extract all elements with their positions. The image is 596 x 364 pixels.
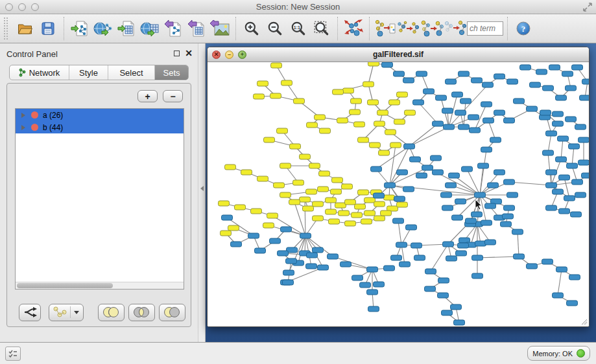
graph-node[interactable] bbox=[504, 205, 515, 210]
graph-node[interactable] bbox=[527, 264, 538, 269]
list-item-set-b[interactable]: b (44) bbox=[16, 121, 184, 133]
graph-node[interactable] bbox=[411, 243, 422, 248]
graph-node[interactable] bbox=[438, 278, 449, 283]
graph-node[interactable] bbox=[459, 71, 470, 76]
graph-node[interactable] bbox=[481, 147, 492, 152]
graph-node[interactable] bbox=[436, 95, 447, 100]
graph-node[interactable] bbox=[575, 192, 586, 198]
graph-node[interactable] bbox=[443, 242, 454, 247]
graph-node[interactable] bbox=[490, 137, 501, 142]
graph-node[interactable] bbox=[274, 183, 285, 188]
graph-node[interactable] bbox=[368, 306, 379, 312]
tab-sets[interactable]: Sets bbox=[155, 65, 188, 80]
graph-node[interactable] bbox=[403, 78, 414, 83]
graph-node[interactable] bbox=[567, 163, 578, 168]
graph-node[interactable] bbox=[504, 179, 515, 185]
graph-node[interactable] bbox=[536, 69, 547, 74]
graph-node[interactable] bbox=[559, 209, 570, 214]
graph-node[interactable] bbox=[222, 215, 233, 220]
graph-node[interactable] bbox=[582, 173, 590, 178]
graph-node[interactable] bbox=[546, 131, 557, 136]
graph-node[interactable] bbox=[318, 187, 329, 192]
graph-node[interactable] bbox=[351, 98, 362, 104]
graph-node[interactable] bbox=[569, 275, 580, 280]
graph-node[interactable] bbox=[255, 248, 266, 253]
split-pane-divider[interactable] bbox=[198, 43, 206, 342]
graph-node[interactable] bbox=[352, 275, 363, 280]
dropdown-caret-icon[interactable] bbox=[74, 311, 79, 314]
graph-node[interactable] bbox=[501, 222, 512, 227]
graph-node[interactable] bbox=[556, 267, 567, 272]
graph-node[interactable] bbox=[494, 170, 505, 175]
graph-node[interactable] bbox=[414, 255, 425, 260]
graph-node[interactable] bbox=[423, 89, 435, 94]
graph-node[interactable] bbox=[391, 255, 402, 260]
graph-node[interactable] bbox=[553, 121, 564, 126]
graph-node[interactable] bbox=[459, 124, 470, 130]
graph-node[interactable] bbox=[267, 213, 278, 218]
collapse-panel-icon[interactable] bbox=[200, 186, 204, 191]
graph-node[interactable] bbox=[397, 202, 408, 207]
graph-node[interactable] bbox=[481, 220, 492, 225]
graph-node[interactable] bbox=[483, 118, 494, 123]
graph-node[interactable] bbox=[472, 255, 483, 260]
graph-node[interactable] bbox=[540, 110, 551, 115]
graph-node[interactable] bbox=[300, 197, 311, 202]
graph-node[interactable] bbox=[394, 71, 405, 76]
graph-node[interactable] bbox=[494, 110, 505, 115]
graph-node[interactable] bbox=[512, 229, 523, 234]
graph-node[interactable] bbox=[425, 269, 436, 274]
graph-node[interactable] bbox=[374, 201, 385, 207]
graph-node[interactable] bbox=[307, 122, 318, 128]
graph-node[interactable] bbox=[326, 198, 337, 203]
graph-node[interactable] bbox=[377, 110, 388, 115]
graph-node[interactable] bbox=[384, 266, 395, 271]
graph-node[interactable] bbox=[470, 128, 481, 133]
expand-arrow-icon[interactable] bbox=[21, 125, 25, 130]
graph-node[interactable] bbox=[381, 210, 392, 216]
graph-node[interactable] bbox=[504, 118, 515, 123]
graph-node[interactable] bbox=[503, 214, 514, 219]
graph-node[interactable] bbox=[507, 192, 518, 198]
import-network-file-button[interactable] bbox=[68, 16, 91, 41]
graph-node[interactable] bbox=[315, 115, 326, 120]
graph-node[interactable] bbox=[485, 203, 496, 209]
float-panel-icon[interactable] bbox=[174, 51, 180, 56]
graph-node[interactable] bbox=[454, 320, 465, 325]
import-table-file-button[interactable] bbox=[115, 16, 138, 41]
graph-node[interactable] bbox=[248, 233, 259, 238]
export-table-button[interactable] bbox=[185, 16, 208, 41]
graph-node[interactable] bbox=[342, 184, 353, 189]
graph-node[interactable] bbox=[241, 170, 252, 175]
graph-node[interactable] bbox=[553, 189, 564, 194]
graph-node[interactable] bbox=[350, 109, 361, 115]
network-canvas[interactable] bbox=[208, 62, 589, 326]
graph-node[interactable] bbox=[575, 124, 586, 130]
tab-style[interactable]: Style bbox=[69, 65, 108, 80]
graph-node[interactable] bbox=[319, 171, 330, 176]
graph-node[interactable] bbox=[558, 136, 569, 141]
graph-node[interactable] bbox=[271, 63, 282, 68]
new-network-from-selection-button[interactable] bbox=[374, 16, 397, 41]
graph-node[interactable] bbox=[553, 293, 564, 298]
scrollbar-thumb[interactable] bbox=[17, 283, 113, 288]
list-item-set-a[interactable]: a (26) bbox=[16, 109, 184, 121]
graph-node[interactable] bbox=[382, 62, 393, 67]
graph-node[interactable] bbox=[307, 253, 318, 258]
graph-node[interactable] bbox=[368, 100, 379, 105]
graph-node[interactable] bbox=[364, 198, 375, 203]
graph-node[interactable] bbox=[303, 206, 314, 211]
graph-node[interactable] bbox=[455, 110, 466, 115]
graph-node[interactable] bbox=[309, 163, 320, 168]
graph-node[interactable] bbox=[393, 218, 404, 223]
graph-node[interactable] bbox=[361, 219, 372, 224]
network-window[interactable]: ✕ – + galFiltered.sif bbox=[207, 47, 590, 327]
graph-node[interactable] bbox=[396, 242, 407, 247]
graph-node[interactable] bbox=[543, 85, 554, 91]
graph-node[interactable] bbox=[364, 210, 375, 216]
graph-node[interactable] bbox=[556, 157, 567, 162]
open-session-button[interactable] bbox=[13, 16, 36, 41]
graph-node[interactable] bbox=[254, 94, 265, 99]
save-session-button[interactable] bbox=[36, 16, 60, 41]
graph-node[interactable] bbox=[578, 160, 590, 165]
